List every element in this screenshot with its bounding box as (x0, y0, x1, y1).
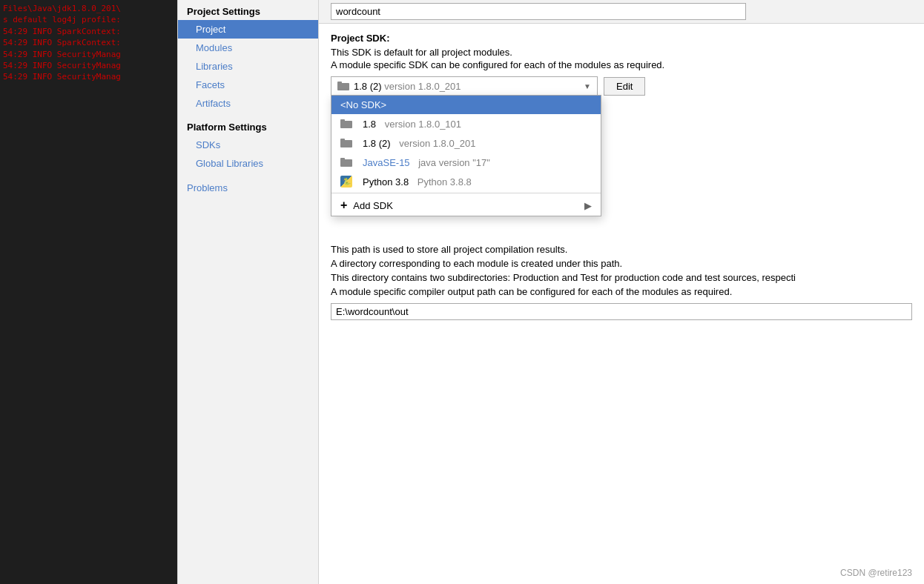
sidebar-item-project[interactable]: Project (178, 20, 318, 39)
sidebar-item-sdks[interactable]: SDKs (178, 136, 318, 154)
sidebar-item-problems[interactable]: Problems (178, 179, 318, 197)
svg-rect-1 (337, 82, 342, 84)
log-line-7: 54:29 INFO SecurityManag (3, 71, 174, 82)
sdk-dropdown[interactable]: 1.8 (2) version 1.8.0_201 ▼ (331, 76, 598, 96)
dropdown-divider (331, 193, 601, 193)
folder-icon-java18 (340, 118, 352, 130)
global-libraries-label: Global Libraries (196, 158, 263, 169)
platform-settings-header: Platform Settings (178, 116, 318, 136)
svg-rect-7 (340, 158, 345, 161)
left-log-panel: Files\Java\jdk1.8.0_201\ s default log4j… (0, 0, 177, 584)
folder-icon-java18-2 (340, 137, 352, 149)
javase15-version: java version "17" (416, 157, 490, 168)
modules-label: Modules (196, 42, 232, 53)
dropdown-item-java18[interactable]: 1.8 version 1.8.0_101 (331, 114, 601, 133)
sdk-section: Project SDK: This SDK is default for all… (331, 33, 912, 96)
add-sdk-item[interactable]: + Add SDK ▶ (331, 195, 601, 216)
dropdown-item-no-sdk[interactable]: <No SDK> (331, 96, 601, 114)
edit-sdk-button[interactable]: Edit (604, 77, 645, 96)
compiler-output-row (331, 300, 912, 320)
compiler-desc4: A module specific compiler output path c… (331, 286, 912, 297)
folder-icon-javase15 (340, 156, 352, 168)
log-line-2: s default log4j profile: (3, 14, 174, 25)
compiler-desc3: This directory contains two subdirectori… (331, 272, 912, 283)
project-label: Project (196, 24, 225, 35)
problems-label: Problems (187, 182, 228, 193)
compiler-desc1: This path is used to store all project c… (331, 244, 912, 255)
project-settings-header: Project Settings (178, 0, 318, 20)
python-icon: 🐍 (340, 176, 352, 188)
sdks-label: SDKs (196, 139, 220, 150)
chevron-down-icon: ▼ (584, 82, 591, 90)
python38-text: Python 3.8 (363, 176, 409, 188)
add-sdk-label: Add SDK (353, 200, 392, 211)
java18-2-text: 1.8 (2) (363, 138, 391, 149)
python38-version: Python 3.8.8 (415, 176, 472, 188)
sdk-desc2: A module specific SDK can be configured … (331, 59, 912, 70)
sdk-title: Project SDK: (331, 33, 912, 44)
content-panel: Project SDK: This SDK is default for all… (319, 0, 924, 584)
log-line-6: 54:29 INFO SecurityManag (3, 60, 174, 71)
artifacts-label: Artifacts (196, 98, 231, 109)
sidebar-item-artifacts[interactable]: Artifacts (178, 94, 318, 113)
sdk-desc1: This SDK is default for all project modu… (331, 47, 912, 58)
java18-text: 1.8 (363, 119, 376, 130)
project-name-input[interactable] (331, 3, 746, 20)
svg-rect-5 (340, 139, 345, 142)
sidebar-item-libraries[interactable]: Libraries (178, 57, 318, 76)
watermark: CSDN @retire123 (840, 568, 912, 578)
log-line-5: 54:29 INFO SecurityManag (3, 49, 174, 60)
folder-icon (337, 80, 349, 92)
java18-2-version: version 1.8.0_201 (397, 138, 476, 149)
svg-rect-3 (340, 119, 345, 122)
java18-version: version 1.8.0_101 (382, 119, 461, 130)
compiler-desc2: A directory corresponding to each module… (331, 258, 912, 269)
sdk-row: 1.8 (2) version 1.8.0_201 ▼ Edit (331, 76, 912, 96)
dropdown-item-javase15[interactable]: JavaSE-15 java version "17" (331, 153, 601, 172)
sdk-selected-label: 1.8 (2) (354, 81, 382, 92)
sdk-version: version 1.8.0_201 (382, 81, 461, 92)
nav-panel: Project Settings Project Modules Librari… (178, 0, 319, 584)
sdk-dropdown-menu: <No SDK> 1.8 version 1.8.0_101 (331, 95, 601, 216)
sidebar-item-global-libraries[interactable]: Global Libraries (178, 154, 318, 173)
log-line-1: Files\Java\jdk1.8.0_201\ (3, 3, 174, 14)
chevron-right-icon: ▶ (584, 200, 592, 211)
dropdown-item-java18-2[interactable]: 1.8 (2) version 1.8.0_201 (331, 133, 601, 153)
facets-label: Facets (196, 79, 225, 90)
project-name-bar (319, 0, 924, 24)
dropdown-item-python38[interactable]: 🐍 Python 3.8 Python 3.8.8 (331, 172, 601, 191)
log-line-3: 54:29 INFO SparkContext: (3, 26, 174, 37)
content-body: Project SDK: This SDK is default for all… (319, 24, 924, 329)
no-sdk-text: <No SDK> (340, 99, 386, 110)
sidebar-item-facets[interactable]: Facets (178, 76, 318, 94)
add-icon: + (340, 199, 347, 212)
log-line-4: 54:29 INFO SparkContext: (3, 37, 174, 48)
compiler-output-input[interactable] (331, 303, 912, 320)
libraries-label: Libraries (196, 61, 233, 72)
sidebar-item-modules[interactable]: Modules (178, 39, 318, 57)
javase15-text: JavaSE-15 (363, 157, 410, 168)
compiler-section: This path is used to store all project c… (331, 244, 912, 320)
